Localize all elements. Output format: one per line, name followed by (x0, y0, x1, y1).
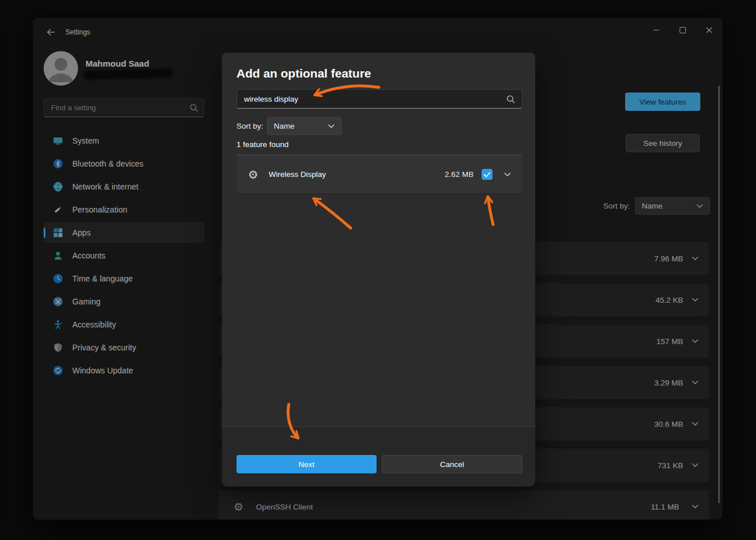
results-count: 1 feature found (237, 140, 289, 149)
gear-icon: ⚙ (248, 169, 258, 180)
dialog-title: Add an optional feature (237, 67, 371, 80)
chevron-down-icon (328, 124, 335, 129)
sort-by-label: Sort by: (237, 122, 263, 130)
settings-window: Settings Mahmoud Saad System Bluetooth &… (33, 17, 723, 520)
dialog-search-box (237, 89, 522, 109)
cancel-button[interactable]: Cancel (382, 455, 522, 473)
check-icon (483, 172, 491, 178)
wireless-display-row[interactable]: ⚙ Wireless Display 2.62 MB (237, 155, 522, 194)
sort-dropdown-value: Name (274, 122, 294, 130)
chevron-down-icon[interactable] (504, 172, 511, 177)
dialog-sort-dropdown[interactable]: Name (267, 117, 342, 135)
dialog-search-input[interactable] (237, 95, 506, 103)
search-icon (506, 95, 515, 103)
feature-size: 2.62 MB (445, 170, 474, 179)
feature-name: Wireless Display (269, 170, 445, 179)
next-button[interactable]: Next (237, 455, 377, 473)
feature-checkbox[interactable] (482, 169, 493, 180)
add-optional-feature-dialog: Add an optional feature Sort by: Name 1 … (222, 52, 536, 486)
